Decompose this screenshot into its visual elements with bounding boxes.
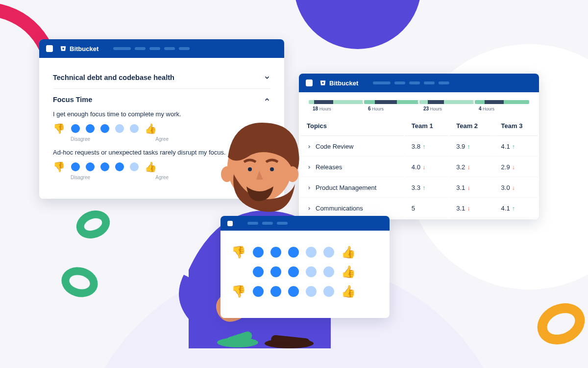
bg-ring-orange — [531, 296, 588, 352]
topic-name: Releases — [316, 163, 342, 171]
app-brand: Bitbucket — [319, 79, 358, 87]
thumbs-down-icon: 👎 — [231, 285, 246, 298]
bg-blob-purple — [294, 0, 421, 49]
window-control-icon[interactable] — [306, 79, 313, 86]
likert-scale: 👎 👍 — [231, 245, 379, 259]
timeline: 18 Hours 6 Hours 23 Hours 4 Hours — [299, 92, 539, 115]
timeline-segment: 4 Hours — [475, 100, 529, 111]
bg-ring-green — [58, 263, 101, 301]
window-titlebar: Bitbucket — [39, 39, 284, 58]
app-brand: Bitbucket — [60, 45, 98, 53]
bitbucket-logo-icon — [60, 45, 67, 52]
held-survey-card: 👎 👍 👎 👍 👎 👍 — [220, 216, 390, 318]
window-titlebar — [220, 216, 390, 231]
likert-option-3[interactable] — [100, 162, 109, 171]
timeline-segment: 18 Hours — [309, 100, 363, 111]
col-team1: Team 1 — [405, 116, 448, 136]
table-row[interactable]: Product Management3.3 ↑3.1 ↓3.0 ↓ — [300, 178, 538, 198]
likert-option[interactable] — [306, 247, 317, 258]
thumbs-up-icon: 👍 — [145, 123, 157, 134]
chevron-right-icon — [307, 206, 312, 211]
window-titlebar: Bitbucket — [299, 74, 539, 92]
survey-question: I get enough focus time to complete my w… — [53, 110, 270, 118]
likert-option[interactable] — [253, 286, 264, 297]
thumbs-down-icon: 👎 — [53, 123, 65, 134]
accordion-item-focus-time[interactable]: Focus Time I get enough focus time to co… — [53, 89, 270, 187]
likert-scale: 👎 👍 — [53, 123, 270, 134]
timeline-segment: 6 Hours — [364, 100, 418, 111]
thumbs-down-icon: 👎 — [231, 245, 246, 259]
timeline-segment: 23 Hours — [419, 100, 474, 111]
accordion-title: Focus Time — [53, 96, 92, 104]
likert-option-1[interactable] — [71, 162, 80, 171]
likert-option[interactable] — [323, 247, 334, 258]
metrics-window: Bitbucket 18 Hours 6 Hours 23 Hours 4 Ho… — [299, 74, 539, 219]
metric-value: 3.9 ↑ — [456, 143, 470, 150]
metric-value: 3.3 ↑ — [412, 184, 425, 191]
col-topics: Topics — [300, 116, 404, 136]
chevron-right-icon — [307, 185, 312, 190]
likert-label-disagree: Disagree — [71, 175, 90, 180]
likert-option[interactable] — [270, 247, 281, 258]
table-row[interactable]: Code Review3.8 ↑3.9 ↑4.1 ↑ — [300, 137, 538, 157]
likert-option-2[interactable] — [86, 162, 95, 171]
likert-option-2[interactable] — [86, 124, 95, 133]
likert-option-5[interactable] — [130, 124, 139, 133]
likert-option[interactable] — [270, 286, 281, 297]
table-row[interactable]: Releases4.0 ↓3.2 ↓2.9 ↓ — [300, 158, 538, 177]
bitbucket-logo-icon — [319, 79, 326, 86]
col-team3: Team 3 — [494, 116, 538, 136]
window-control-icon[interactable] — [46, 45, 53, 52]
metric-value: 5 — [412, 205, 415, 212]
likert-option[interactable] — [270, 266, 281, 277]
metric-value: 3.2 ↓ — [456, 163, 470, 171]
metric-value: 3.1 ↓ — [456, 184, 470, 191]
survey-question: Ad-hoc requests or unexpected tasks rare… — [53, 149, 270, 156]
likert-option[interactable] — [253, 247, 264, 258]
thumbs-up-icon: 👍 — [341, 245, 356, 259]
likert-scale: 👎 👍 — [53, 161, 270, 173]
table-row[interactable]: Communications5 3.1 ↓4.1 ↑ — [300, 199, 538, 218]
window-control-icon[interactable] — [227, 221, 233, 226]
chevron-down-icon — [264, 74, 270, 81]
chevron-right-icon — [307, 144, 312, 149]
metric-value: 2.9 ↓ — [501, 163, 515, 171]
likert-option-3[interactable] — [100, 124, 109, 133]
likert-option[interactable] — [288, 286, 299, 297]
likert-option[interactable] — [306, 286, 317, 297]
metric-value: 3.0 ↓ — [501, 184, 515, 191]
metric-value: 3.1 ↓ — [456, 205, 470, 212]
topic-name: Communications — [316, 205, 363, 212]
app-name: Bitbucket — [70, 45, 98, 53]
survey-window: Bitbucket Technical debt and codebase he… — [39, 39, 284, 199]
metric-value: 4.1 ↑ — [501, 205, 515, 212]
likert-option-4[interactable] — [115, 162, 124, 171]
likert-option-4[interactable] — [115, 124, 124, 133]
likert-option[interactable] — [306, 266, 317, 277]
likert-option[interactable] — [323, 286, 334, 297]
likert-option-1[interactable] — [71, 124, 80, 133]
likert-option[interactable] — [288, 266, 299, 277]
likert-label-disagree: Disagree — [71, 136, 90, 142]
likert-scale: 👎 👍 — [231, 265, 379, 279]
thumbs-down-icon: 👎 — [53, 161, 65, 173]
likert-option[interactable] — [323, 266, 334, 277]
accordion-item-tech-debt[interactable]: Technical debt and codebase health — [53, 67, 270, 89]
app-name: Bitbucket — [329, 79, 358, 87]
accordion-title: Technical debt and codebase health — [53, 74, 174, 81]
likert-option-5[interactable] — [130, 162, 139, 171]
topic-name: Product Management — [316, 184, 376, 191]
titlebar-tabs-placeholder — [373, 81, 449, 84]
likert-option[interactable] — [253, 266, 264, 277]
metric-value: 3.8 ↑ — [412, 143, 425, 150]
thumbs-up-icon: 👍 — [341, 285, 356, 298]
bg-ring-green — [73, 206, 114, 243]
titlebar-tabs-placeholder — [247, 222, 288, 225]
likert-option[interactable] — [288, 247, 299, 258]
metric-value: 4.0 ↓ — [412, 163, 425, 171]
col-team2: Team 2 — [449, 116, 493, 136]
metric-value: 4.1 ↑ — [501, 143, 515, 150]
likert-scale: 👎 👍 — [231, 285, 379, 298]
thumbs-up-icon: 👍 — [145, 161, 157, 173]
chevron-up-icon — [264, 96, 270, 103]
